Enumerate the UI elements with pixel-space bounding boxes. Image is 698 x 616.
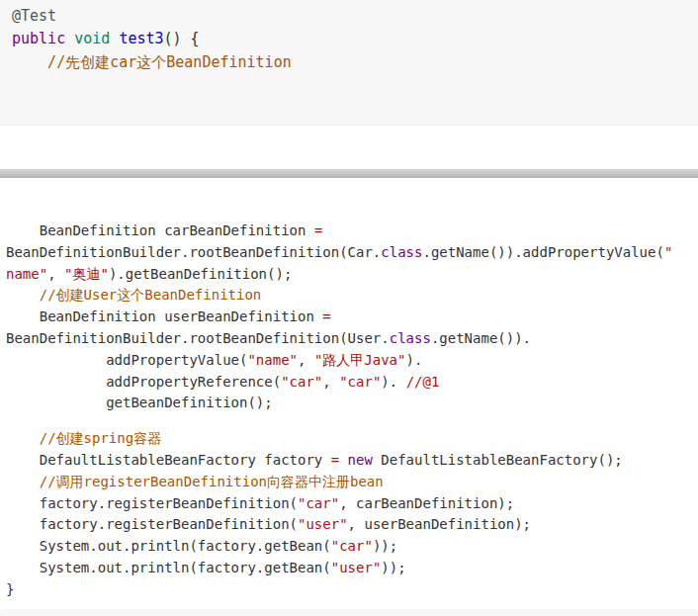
code-token-keyword: new [348, 452, 373, 468]
code-line: name", "奥迪").getBeanDefinition(); [6, 264, 698, 286]
code-token-string: name" [6, 266, 47, 282]
code-line: addPropertyReference("car", "car"). //@1 [6, 372, 698, 394]
code-token-string: "name" [247, 352, 298, 368]
code-token-keyword: public [12, 30, 65, 47]
code-token-plain: ). [405, 352, 422, 368]
code-token-plain: addPropertyValue( [6, 352, 247, 368]
code-token-string: " [664, 244, 672, 260]
code-token-plain: BeanDefinitionBuilder.rootBeanDefinition… [6, 244, 381, 260]
code-line: @Test [12, 5, 698, 28]
code-token-plain: , carBeanDefinition); [339, 495, 514, 511]
code-line: //创建spring容器 [6, 428, 698, 450]
code-token-plain: DefaultListableBeanFactory(); [373, 452, 623, 468]
code-snippet-test-method: @Testpublic void test3() { //先创建car这个Bea… [0, 0, 698, 126]
code-line: BeanDefinitionBuilder.rootBeanDefinition… [6, 242, 698, 264]
article-code-view: @Testpublic void test3() { //先创建car这个Bea… [0, 0, 698, 616]
code-token-plain [65, 30, 74, 47]
code-token-string: "car" [281, 374, 322, 390]
code-line: BeanDefinition carBeanDefinition = [6, 220, 698, 242]
code-token-type: void [74, 30, 110, 47]
code-line: //创建User这个BeanDefinition [6, 285, 698, 307]
code-token-string: "路人甲Java" [314, 352, 406, 368]
code-token-plain: , [322, 374, 339, 390]
code-token-plain [339, 452, 347, 468]
code-line: addPropertyValue("name", "路人甲Java"). [6, 350, 698, 372]
code-token-string: "car" [331, 538, 373, 554]
code-token-plain: } [6, 581, 14, 597]
code-line: factory.registerBeanDefinition("user", u… [6, 514, 698, 536]
code-token-function: test3 [119, 30, 163, 47]
code-token-plain: System.out.println(factory.getBean( [6, 560, 331, 575]
code-token-plain: .getName()). [431, 330, 531, 346]
code-token-marker: //@1 [406, 374, 440, 390]
code-token-comment: //先创建car这个BeanDefinition [12, 53, 292, 71]
code-token-plain: System.out.println(factory.getBean( [6, 538, 331, 554]
code-token-string: "奥迪" [64, 266, 109, 282]
code-token-plain: ).getBeanDefinition(); [109, 266, 292, 282]
code-token-plain: .getName()).addPropertyValue( [422, 244, 663, 260]
code-line: public void test3() { [12, 28, 698, 50]
code-token-plain: getBeanDefinition(); [6, 395, 273, 410]
code-line: System.out.println(factory.getBean("user… [6, 558, 698, 579]
code-line: BeanDefinition userBeanDefinition = [6, 307, 698, 328]
code-token-plain: )); [381, 560, 405, 575]
code-token-plain: , [47, 266, 64, 282]
code-line: getBeanDefinition(); [6, 393, 698, 414]
code-token-plain: , [298, 352, 314, 368]
code-line: DefaultListableBeanFactory factory = new… [6, 450, 698, 472]
code-token-plain: () { [164, 30, 200, 47]
bottom-block-edge [0, 609, 698, 616]
code-token-string: "user" [298, 516, 348, 532]
code-token-operator: = [322, 308, 330, 324]
code-token-plain: )); [373, 538, 397, 554]
code-token-comment: //调用registerBeanDefinition向容器中注册bean [6, 474, 384, 489]
code-token-operator: = [331, 452, 339, 468]
code-line: //调用registerBeanDefinition向容器中注册bean [6, 472, 698, 493]
code-line: System.out.println(factory.getBean("car"… [6, 536, 698, 558]
code-token-plain: BeanDefinition carBeanDefinition [6, 222, 314, 238]
code-token-comment: //创建User这个BeanDefinition [6, 287, 261, 303]
code-token-plain: BeanDefinition userBeanDefinition [6, 308, 322, 324]
code-snippet-bean-definitions: BeanDefinition carBeanDefinition =BeanDe… [0, 178, 698, 609]
code-token-keyword: class [390, 330, 431, 346]
divider-bar [0, 169, 698, 178]
code-token-plain: BeanDefinitionBuilder.rootBeanDefinition… [6, 330, 390, 346]
code-token-plain: , userBeanDefinition); [348, 516, 531, 532]
code-line: //先创建car这个BeanDefinition [12, 51, 698, 74]
code-line: BeanDefinitionBuilder.rootBeanDefinition… [6, 328, 698, 350]
code-token-plain: addPropertyReference( [6, 374, 281, 390]
code-line: factory.registerBeanDefinition("car", ca… [6, 493, 698, 515]
code-token-operator: = [314, 222, 322, 238]
code-token-string: "car" [339, 374, 381, 390]
code-token-plain: ). [381, 374, 405, 390]
code-line [6, 414, 698, 428]
code-token-string: "user" [331, 560, 382, 575]
code-token-string: "car" [298, 495, 339, 511]
code-token-comment: //创建spring容器 [6, 430, 161, 446]
code-line: } [6, 579, 698, 601]
code-token-plain: factory.registerBeanDefinition( [6, 516, 298, 532]
code-token-keyword: class [381, 244, 422, 260]
code-token-plain: factory.registerBeanDefinition( [6, 495, 298, 511]
code-token-meta: @Test [12, 7, 56, 25]
code-token-plain: DefaultListableBeanFactory factory [6, 452, 331, 468]
